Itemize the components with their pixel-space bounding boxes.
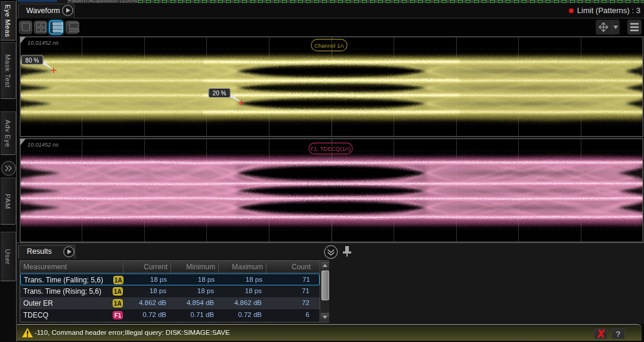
svg-text:80 %: 80 % bbox=[26, 57, 39, 64]
svg-text:10.01452 ns: 10.01452 ns bbox=[27, 141, 59, 148]
svg-text:20 %: 20 % bbox=[213, 90, 227, 97]
svg-text:Channel 1A: Channel 1A bbox=[314, 42, 344, 49]
svg-text:F1: TDECQ(1A): F1: TDECQ(1A) bbox=[311, 145, 351, 152]
svg-text:10.01452 ns: 10.01452 ns bbox=[27, 39, 59, 46]
